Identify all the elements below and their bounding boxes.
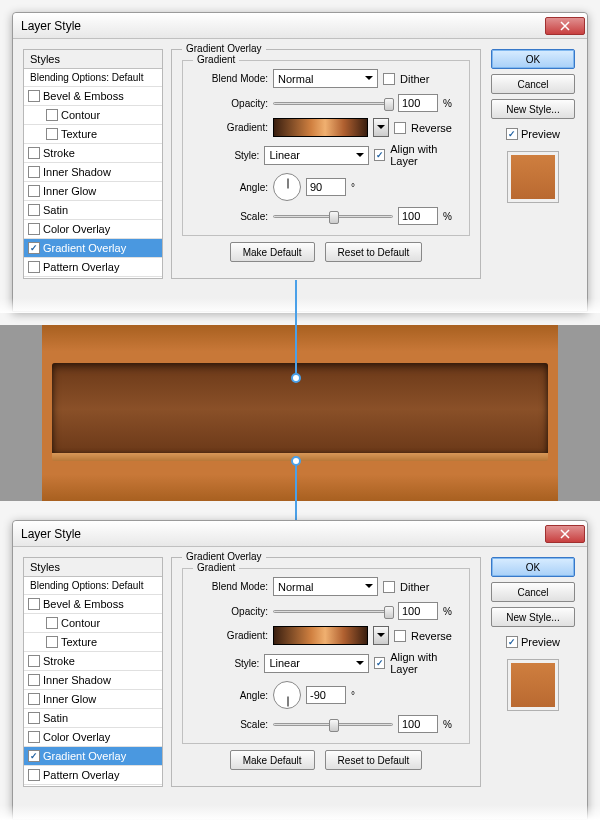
preview-checkbox[interactable] [506,128,518,140]
ok-button[interactable]: OK [491,49,575,69]
style-checkbox[interactable] [46,617,58,629]
style-item[interactable]: Color Overlay [24,220,162,239]
gradient-preview[interactable] [273,626,368,645]
style-label: Pattern Overlay [43,261,119,273]
style-checkbox[interactable] [28,655,40,667]
blending-options-row[interactable]: Blending Options: Default [24,577,162,595]
style-checkbox[interactable] [28,769,40,781]
style-item[interactable]: Inner Shadow [24,671,162,690]
wooden-shelf-preview [0,325,600,501]
angle-dial[interactable] [273,173,301,201]
reset-default-button[interactable]: Reset to Default [325,750,423,770]
style-label: Bevel & Emboss [43,90,124,102]
titlebar: Layer Style [13,521,587,547]
style-label: Contour [61,617,100,629]
scale-slider[interactable] [273,723,393,726]
new-style-button[interactable]: New Style... [491,99,575,119]
style-checkbox[interactable] [46,636,58,648]
reverse-checkbox[interactable] [394,630,406,642]
styles-list: Styles Blending Options: Default Bevel &… [23,557,163,787]
style-checkbox[interactable] [28,261,40,273]
blend-mode-dropdown[interactable]: Normal [273,577,378,596]
blend-mode-dropdown[interactable]: Normal [273,69,378,88]
style-item[interactable]: Inner Shadow [24,163,162,182]
opacity-input[interactable]: 100 [398,94,438,112]
style-item[interactable]: Stroke [24,652,162,671]
style-item[interactable]: Satin [24,201,162,220]
make-default-button[interactable]: Make Default [230,242,315,262]
style-item[interactable]: Bevel & Emboss [24,87,162,106]
style-item[interactable]: Pattern Overlay [24,766,162,785]
style-item[interactable]: Satin [24,709,162,728]
panel-title: Gradient Overlay [182,551,266,562]
dither-checkbox[interactable] [383,581,395,593]
style-item[interactable]: Texture [24,633,162,652]
blending-options-row[interactable]: Blending Options: Default [24,69,162,87]
gradient-picker-dropdown[interactable] [373,118,389,137]
opacity-slider[interactable] [273,102,393,105]
style-checkbox[interactable] [28,693,40,705]
style-label: Stroke [43,147,75,159]
style-item[interactable]: Stroke [24,144,162,163]
angle-dial[interactable] [273,681,301,709]
dither-checkbox[interactable] [383,73,395,85]
opacity-label: Opacity: [193,98,268,109]
angle-input[interactable]: 90 [306,178,346,196]
angle-input[interactable]: -90 [306,686,346,704]
style-item[interactable]: Gradient Overlay [24,239,162,258]
style-checkbox[interactable] [28,166,40,178]
style-label: Pattern Overlay [43,769,119,781]
opacity-slider[interactable] [273,610,393,613]
scale-input[interactable]: 100 [398,207,438,225]
style-checkbox[interactable] [28,185,40,197]
styles-header[interactable]: Styles [24,558,162,577]
style-item[interactable]: Contour [24,614,162,633]
style-checkbox[interactable] [28,750,40,762]
style-checkbox[interactable] [46,128,58,140]
style-item[interactable]: Inner Glow [24,690,162,709]
style-checkbox[interactable] [28,598,40,610]
style-checkbox[interactable] [28,223,40,235]
close-button[interactable] [545,17,585,35]
scale-slider[interactable] [273,215,393,218]
align-checkbox[interactable] [374,657,385,669]
preview-checkbox[interactable] [506,636,518,648]
style-checkbox[interactable] [46,109,58,121]
style-checkbox[interactable] [28,731,40,743]
style-checkbox[interactable] [28,242,40,254]
opacity-label: Opacity: [193,606,268,617]
new-style-button[interactable]: New Style... [491,607,575,627]
reverse-checkbox[interactable] [394,122,406,134]
gradient-subtitle: Gradient [193,54,239,65]
styles-header[interactable]: Styles [24,50,162,69]
cancel-button[interactable]: Cancel [491,74,575,94]
align-label: Align with Layer [390,143,459,167]
style-checkbox[interactable] [28,90,40,102]
style-checkbox[interactable] [28,674,40,686]
style-item[interactable]: Gradient Overlay [24,747,162,766]
opacity-input[interactable]: 100 [398,602,438,620]
cancel-button[interactable]: Cancel [491,582,575,602]
style-item[interactable]: Inner Glow [24,182,162,201]
style-item[interactable]: Bevel & Emboss [24,595,162,614]
style-dropdown[interactable]: Linear [264,146,369,165]
style-checkbox[interactable] [28,204,40,216]
reset-default-button[interactable]: Reset to Default [325,242,423,262]
gradient-picker-dropdown[interactable] [373,626,389,645]
close-button[interactable] [545,525,585,543]
make-default-button[interactable]: Make Default [230,750,315,770]
style-item[interactable]: Pattern Overlay [24,258,162,277]
preview-swatch [507,151,559,203]
style-label: Gradient Overlay [43,750,126,762]
style-checkbox[interactable] [28,147,40,159]
style-item[interactable]: Contour [24,106,162,125]
gradient-preview[interactable] [273,118,368,137]
style-item[interactable]: Texture [24,125,162,144]
style-dropdown[interactable]: Linear [264,654,369,673]
scale-input[interactable]: 100 [398,715,438,733]
preview-label: Preview [521,636,560,648]
align-checkbox[interactable] [374,149,385,161]
style-item[interactable]: Color Overlay [24,728,162,747]
ok-button[interactable]: OK [491,557,575,577]
style-checkbox[interactable] [28,712,40,724]
